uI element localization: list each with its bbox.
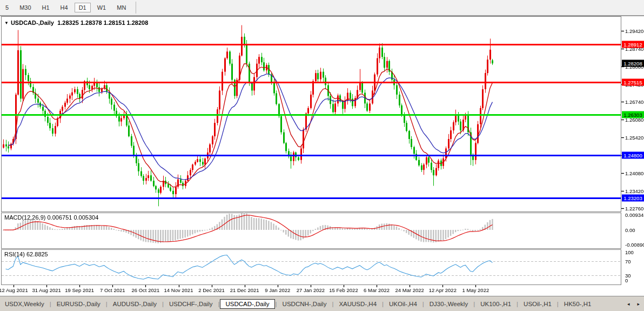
price-axis-tick: 1.25420: [625, 135, 643, 141]
level-price-label: 1.24800: [622, 151, 644, 158]
tab-usdx-weekly[interactable]: USDX,Weekly: [0, 299, 49, 309]
mt4-window: 5M30H1H4D1W1MN ▼USDCAD-,Daily 1.28325 1.…: [0, 0, 644, 311]
rsi-indicator-label: RSI(14) 62.8825: [4, 251, 48, 257]
chart-ohlc-values: 1.28325 1.28378 1.28151 1.28208: [57, 19, 148, 26]
date-axis-label: 14 Nov 2021: [164, 287, 193, 293]
symbol-tab-bar: USDX,Weekly|EURUSD-,Daily|AUDUSD-,Daily|…: [0, 296, 644, 311]
level-price-label: 1.23203: [622, 195, 644, 202]
level-price-label: 1.26303: [622, 111, 644, 118]
chart-menu-icon[interactable]: ▼: [4, 21, 9, 25]
date-axis-label: 31 Aug 2021: [32, 287, 61, 293]
price-axis-tick: 1.29420: [625, 28, 643, 34]
macd-axis-tick: 0.009345: [625, 211, 644, 217]
date-axis-label: 27 Jan 2022: [297, 287, 325, 293]
tab-ukoil-h4[interactable]: UKOil-,H4: [384, 299, 422, 309]
tab-dj30-weekly[interactable]: DJ30-,Weekly: [425, 299, 473, 309]
date-axis-label: 9 Jan 2022: [265, 287, 290, 293]
tab-scroll-arrows: ◂▸: [627, 301, 644, 307]
date-axis-label: 2 Dec 2021: [198, 287, 225, 293]
price-axis-tick: 1.24080: [625, 170, 643, 176]
timeframe-button-h1[interactable]: H1: [38, 3, 54, 12]
tab-xauusd-h4[interactable]: XAUUSD-,H4: [334, 299, 381, 309]
macd-axis-tick: -0.008902: [625, 241, 644, 247]
timeframe-toolbar: 5M30H1H4D1W1MN: [0, 0, 644, 16]
tab-usdchf-daily[interactable]: USDCHF-,Daily: [164, 299, 218, 309]
tab-eurusd-daily[interactable]: EURUSD-,Daily: [52, 299, 105, 309]
rsi-panel[interactable]: [1, 249, 621, 285]
date-axis-label: 6 Mar 2022: [364, 287, 390, 293]
toolbar-separator: [136, 2, 136, 14]
current-price-label: 1.28208: [622, 60, 644, 67]
tab-scroll-right-icon[interactable]: ▸: [637, 301, 640, 307]
rsi-axis-tick: 100: [625, 249, 634, 255]
timeframe-button-h4[interactable]: H4: [56, 3, 72, 12]
level-price-label: 1.28912: [622, 41, 644, 48]
tab-audusd-daily[interactable]: AUDUSD-,Daily: [108, 299, 162, 309]
tab-uk100-h1[interactable]: UK100-,H1: [475, 299, 516, 309]
timeframe-button-mn[interactable]: MN: [112, 3, 130, 12]
price-axis-tick: 1.22760: [625, 206, 643, 211]
tab-usoil-h1[interactable]: USOil-,H1: [519, 299, 556, 309]
price-axis-tick: 1.26740: [625, 99, 643, 105]
rsi-axis-tick: 0: [625, 277, 628, 283]
rsi-name: RSI(14): [4, 251, 25, 257]
date-axis-label: 7 Oct 2021: [100, 287, 125, 293]
tab-hk50-h1[interactable]: HK50-,H1: [559, 299, 596, 309]
tab-scroll-left-icon[interactable]: ◂: [627, 301, 630, 307]
timeframe-button-5[interactable]: 5: [1, 3, 13, 12]
chart-symbol-label: USDCAD-,Daily: [11, 19, 54, 26]
tab-usdcnh-daily[interactable]: USDCNH-,Daily: [278, 299, 332, 309]
rsi-value: 62.8825: [26, 251, 48, 257]
date-axis-label: 19 Sep 2021: [65, 287, 94, 293]
timeframe-button-w1[interactable]: W1: [93, 3, 111, 12]
date-axis-label: 12 Apr 2022: [429, 287, 457, 293]
date-axis-label: 21 Dec 2021: [230, 287, 259, 293]
macd-values: 0.006751 0.005304: [47, 214, 98, 221]
macd-indicator-label: MACD(12,26,9) 0.006751 0.005304: [4, 214, 98, 221]
date-axis-label: 15 Feb 2022: [329, 287, 358, 293]
date-axis-label: 26 Oct 2021: [132, 287, 160, 293]
timeframe-button-m30[interactable]: M30: [15, 3, 35, 12]
price-chart-panel[interactable]: [1, 16, 621, 212]
macd-name: MACD(12,26,9): [4, 214, 45, 221]
date-axis-label: 24 Mar 2022: [395, 287, 424, 293]
timeframe-button-d1[interactable]: D1: [75, 3, 91, 12]
rsi-axis-tick: 70: [625, 259, 631, 264]
date-axis-label: 12 Aug 2021: [0, 287, 28, 293]
chart-title: ▼USDCAD-,Daily 1.28325 1.28378 1.28151 1…: [4, 19, 148, 26]
tab-usdcad-daily[interactable]: USDCAD-,Daily: [220, 299, 274, 309]
level-price-label: 1.27515: [622, 78, 644, 85]
date-axis-label: 1 May 2022: [462, 287, 489, 293]
macd-axis-tick: 0.00: [625, 227, 635, 233]
price-axis-tick: 1.23420: [625, 188, 643, 194]
